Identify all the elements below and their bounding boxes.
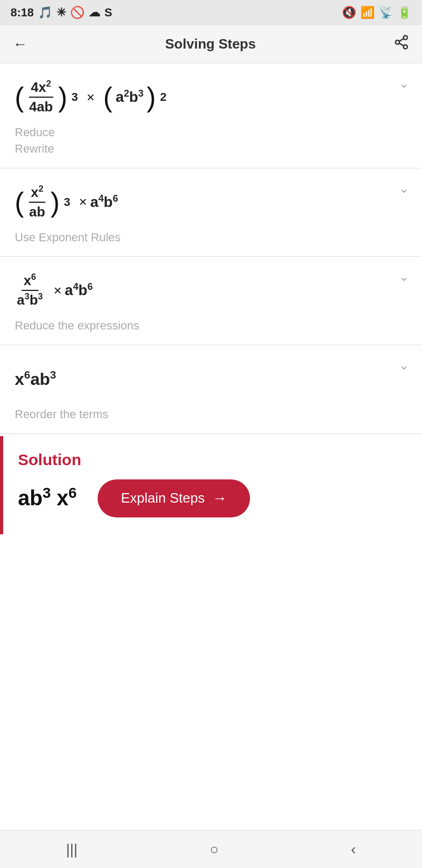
share-button[interactable] (394, 34, 409, 54)
bottom-navigation: ||| ○ ‹ (0, 830, 422, 868)
svg-line-3 (399, 43, 404, 46)
solution-label: Solution (18, 451, 407, 469)
step-2: ⌄ ( x2 ab ) 3 × a4b6 Use Exponent Rules (0, 168, 422, 257)
arrow-icon: → (212, 490, 227, 507)
status-right: 🔇 📶 📡 🔋 (342, 6, 411, 20)
explain-steps-label: Explain Steps (121, 490, 205, 506)
signal-icon: 📡 (379, 6, 393, 20)
step-2-expression: ( x2 ab ) 3 × a4b6 (15, 181, 407, 223)
bluetooth-icon: ✳ (56, 6, 66, 20)
time-display: 8:18 (11, 6, 34, 20)
svg-line-4 (399, 39, 404, 41)
step-1-label: ReduceRewrite (15, 125, 407, 157)
step-1-expression: ( 4x2 4ab ) 3 × ( a2b3 ) 2 (15, 76, 407, 118)
app-header: ← Solving Steps (0, 25, 422, 63)
explain-steps-button[interactable]: Explain Steps → (98, 479, 250, 517)
cloud-icon: ☁ (89, 6, 100, 20)
chevron-4-icon[interactable]: ⌄ (399, 358, 409, 373)
step-3-expression: x6 a3b3 × a4b6 (15, 269, 407, 312)
battery-icon: 🔋 (397, 6, 411, 20)
mute-icon: 🔇 (342, 6, 356, 20)
chevron-2-icon[interactable]: ⌄ (399, 181, 409, 196)
step-4-label: Reorder the terms (15, 407, 407, 423)
main-content: ⌄ ( 4x2 4ab ) 3 × ( a2b3 ) 2 ReduceRewri… (0, 63, 422, 534)
wifi-icon: 📶 (360, 6, 375, 20)
chevron-3-icon[interactable]: ⌄ (399, 269, 409, 284)
step-1: ⌄ ( 4x2 4ab ) 3 × ( a2b3 ) 2 ReduceRewri… (0, 63, 422, 168)
home-button[interactable]: ○ (210, 841, 219, 858)
recent-apps-button[interactable]: ||| (66, 841, 78, 858)
music-icon: 🎵 (38, 6, 52, 20)
chevron-1-icon[interactable]: ⌄ (399, 76, 409, 91)
solution-content: ab3 x6 Explain Steps → (18, 479, 407, 517)
solution-section: Solution ab3 x6 Explain Steps → (0, 436, 422, 534)
back-button[interactable]: ← (13, 36, 27, 53)
step-4-expression: x6ab3 (15, 358, 407, 400)
page-title: Solving Steps (165, 36, 256, 52)
status-left: 8:18 🎵 ✳ 🚫 ☁ S (11, 6, 112, 20)
step-3: ⌄ x6 a3b3 × a4b6 Reduce the expressions (0, 257, 422, 345)
no-disturb-icon: 🚫 (70, 6, 84, 20)
status-bar: 8:18 🎵 ✳ 🚫 ☁ S 🔇 📶 📡 🔋 (0, 0, 422, 25)
step-2-label: Use Exponent Rules (15, 230, 407, 246)
step-4: ⌄ x6ab3 Reorder the terms (0, 345, 422, 434)
back-nav-button[interactable]: ‹ (351, 841, 356, 858)
step-3-label: Reduce the expressions (15, 318, 407, 334)
solution-math: ab3 x6 (18, 486, 76, 510)
shazam-icon: S (104, 6, 112, 20)
